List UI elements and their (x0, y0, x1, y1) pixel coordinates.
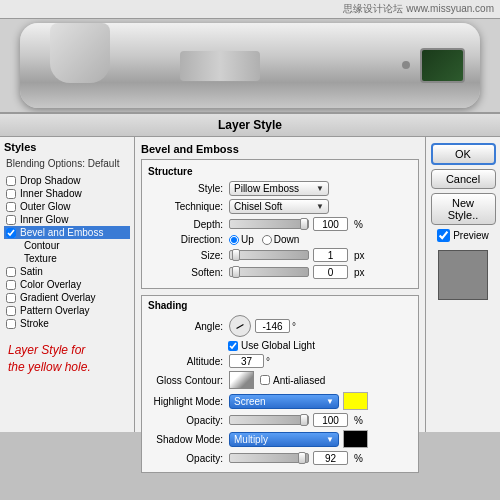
global-light-checkbox[interactable] (228, 341, 238, 351)
bevel-emboss-title: Bevel and Emboss (141, 143, 419, 155)
depth-unit: % (354, 219, 363, 230)
style-row: Style: Pillow Emboss ▼ (148, 181, 412, 196)
preview-label[interactable]: Preview (437, 229, 489, 242)
sidebar-item-bevel-emboss[interactable]: Bevel and Emboss (4, 226, 130, 239)
highlight-opacity-row: Opacity: 100 % (148, 413, 412, 427)
soften-value[interactable]: 0 (313, 265, 348, 279)
depth-value[interactable]: 100 (313, 217, 348, 231)
sidebar-item-texture[interactable]: Texture (4, 252, 130, 265)
sidebar-item-gradient-overlay[interactable]: Gradient Overlay (4, 291, 130, 304)
anti-aliased-checkbox[interactable] (260, 375, 270, 385)
highlight-label: Highlight Mode: (148, 396, 223, 407)
highlight-color-swatch[interactable] (343, 392, 368, 410)
soften-row: Soften: 0 px (148, 265, 412, 279)
global-light-row: Use Global Light (228, 340, 412, 351)
global-light-checkbox-label[interactable]: Use Global Light (228, 340, 315, 351)
pattern-overlay-checkbox[interactable] (6, 306, 16, 316)
soften-slider-thumb[interactable] (232, 266, 240, 278)
highlight-dropdown[interactable]: Screen ▼ (229, 394, 339, 409)
highlight-opacity-thumb[interactable] (300, 414, 308, 426)
gradient-overlay-checkbox[interactable] (6, 293, 16, 303)
dialog-title-bar: Layer Style (0, 114, 500, 137)
technique-dropdown[interactable]: Chisel Soft ▼ (229, 199, 329, 214)
direction-down-radio[interactable] (262, 235, 272, 245)
color-overlay-checkbox[interactable] (6, 280, 16, 290)
inner-shadow-checkbox[interactable] (6, 189, 16, 199)
direction-label: Direction: (148, 234, 223, 245)
sidebar-item-contour[interactable]: Contour (4, 239, 130, 252)
angle-indicator (236, 324, 243, 329)
depth-slider-thumb[interactable] (300, 218, 308, 230)
new-style-button[interactable]: New Style.. (431, 193, 496, 225)
watermark-text: 思缘设计论坛 www.missyuan.com (343, 3, 494, 14)
sidebar-item-outer-glow[interactable]: Outer Glow (4, 200, 130, 213)
sidebar-item-satin[interactable]: Satin (4, 265, 130, 278)
shading-section: Shading Angle: -146 ° Use Global Light A… (141, 295, 419, 473)
angle-value[interactable]: -146 (255, 319, 290, 333)
satin-checkbox[interactable] (6, 267, 16, 277)
shadow-opacity-thumb[interactable] (298, 452, 306, 464)
right-panel: OK Cancel New Style.. Preview (425, 137, 500, 432)
angle-label: Angle: (148, 321, 223, 332)
angle-unit: ° (292, 321, 296, 332)
style-dropdown-arrow: ▼ (316, 184, 324, 193)
sidebar-item-stroke[interactable]: Stroke (4, 317, 130, 330)
outer-glow-checkbox[interactable] (6, 202, 16, 212)
sidebar-item-color-overlay[interactable]: Color Overlay (4, 278, 130, 291)
shading-title: Shading (148, 300, 412, 311)
angle-row: Angle: -146 ° (148, 315, 412, 337)
stroke-checkbox[interactable] (6, 319, 16, 329)
preview-checkbox[interactable] (437, 229, 450, 242)
size-value[interactable]: 1 (313, 248, 348, 262)
sidebar-item-drop-shadow[interactable]: Drop Shadow (4, 174, 130, 187)
sidebar-item-inner-shadow[interactable]: Inner Shadow (4, 187, 130, 200)
shadow-opacity-value[interactable]: 92 (313, 451, 348, 465)
gloss-preview[interactable] (229, 371, 254, 389)
soften-slider-container: 0 px (229, 265, 365, 279)
style-dropdown[interactable]: Pillow Emboss ▼ (229, 181, 329, 196)
italic-description: Layer Style for the yellow hole. (4, 338, 130, 380)
shadow-opacity-row: Opacity: 92 % (148, 451, 412, 465)
sidebar-item-inner-glow[interactable]: Inner Glow (4, 213, 130, 226)
direction-down-option[interactable]: Down (262, 234, 300, 245)
dialog-title: Layer Style (218, 118, 282, 132)
depth-slider-track[interactable] (229, 219, 309, 229)
camera-viewfinder (420, 48, 465, 83)
camera-button (402, 61, 410, 69)
anti-aliased-label[interactable]: Anti-aliased (260, 375, 325, 386)
gloss-row: Gloss Contour: Anti-aliased (148, 371, 412, 389)
size-label: Size: (148, 250, 223, 261)
direction-up-radio[interactable] (229, 235, 239, 245)
structure-section: Structure Style: Pillow Emboss ▼ Techniq… (141, 159, 419, 289)
altitude-value[interactable]: 37 (229, 354, 264, 368)
shadow-dropdown[interactable]: Multiply ▼ (229, 432, 339, 447)
blending-options-item[interactable]: Blending Options: Default (4, 157, 130, 170)
highlight-opacity-label: Opacity: (148, 415, 223, 426)
shadow-color-swatch[interactable] (343, 430, 368, 448)
highlight-opacity-track[interactable] (229, 415, 309, 425)
technique-dropdown-arrow: ▼ (316, 202, 324, 211)
highlight-opacity-container: 100 % (229, 413, 363, 427)
soften-unit: px (354, 267, 365, 278)
watermark-bar: 思缘设计论坛 www.missyuan.com (0, 0, 500, 19)
left-panel: Styles Blending Options: Default Drop Sh… (0, 137, 135, 432)
direction-up-option[interactable]: Up (229, 234, 254, 245)
dialog-body: Styles Blending Options: Default Drop Sh… (0, 137, 500, 432)
cancel-button[interactable]: Cancel (431, 169, 496, 189)
preview-swatch (438, 250, 488, 300)
depth-slider-container: 100 % (229, 217, 363, 231)
shadow-opacity-track[interactable] (229, 453, 309, 463)
size-row: Size: 1 px (148, 248, 412, 262)
sidebar-item-pattern-overlay[interactable]: Pattern Overlay (4, 304, 130, 317)
inner-glow-checkbox[interactable] (6, 215, 16, 225)
highlight-opacity-unit: % (354, 415, 363, 426)
angle-dial[interactable] (229, 315, 251, 337)
soften-slider-track[interactable] (229, 267, 309, 277)
ok-button[interactable]: OK (431, 143, 496, 165)
size-slider-thumb[interactable] (232, 249, 240, 261)
size-slider-track[interactable] (229, 250, 309, 260)
drop-shadow-checkbox[interactable] (6, 176, 16, 186)
structure-title: Structure (148, 166, 412, 177)
highlight-opacity-value[interactable]: 100 (313, 413, 348, 427)
bevel-emboss-checkbox[interactable] (6, 228, 16, 238)
